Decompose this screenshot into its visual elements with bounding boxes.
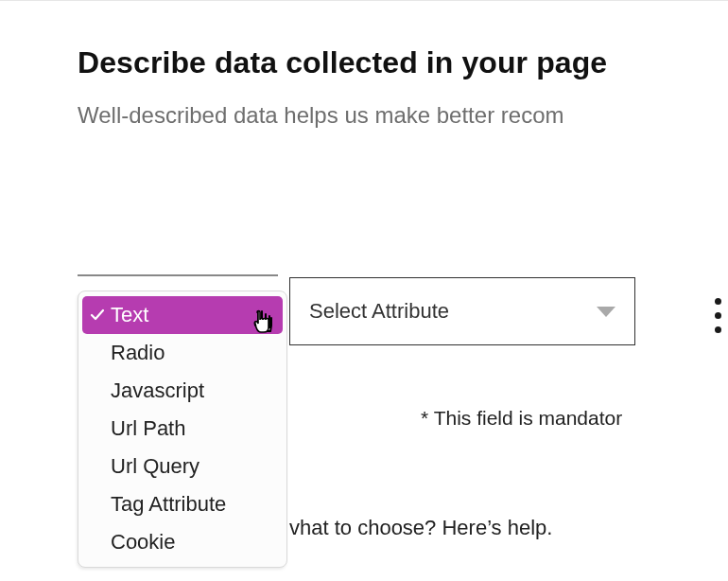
- dropdown-option-label: Cookie: [111, 530, 277, 555]
- dropdown-option-url-path[interactable]: Url Path: [78, 410, 286, 448]
- dropdown-option-tag-attribute[interactable]: Tag Attribute: [78, 485, 286, 523]
- help-text: vhat to choose? Here’s help.: [289, 516, 552, 540]
- dropdown-option-label: Radio: [111, 341, 277, 365]
- kebab-menu-icon[interactable]: [708, 298, 727, 333]
- dropdown-option-label: Url Path: [111, 416, 277, 441]
- page-subtitle: Well-described data helps us make better…: [78, 102, 563, 129]
- dropdown-option-radio[interactable]: Radio: [78, 334, 286, 372]
- dropdown-option-cookie[interactable]: Cookie: [78, 523, 286, 561]
- dropdown-option-label: Url Query: [111, 454, 277, 479]
- dot-icon: [715, 298, 721, 305]
- dropdown-option-label: Javascript: [111, 379, 277, 403]
- select-attribute-placeholder: Select Attribute: [309, 299, 597, 324]
- dropdown-option-label: Text: [111, 303, 277, 327]
- page-title: Describe data collected in your page: [78, 45, 607, 80]
- top-divider: [0, 0, 728, 1]
- check-icon: [88, 308, 107, 323]
- dot-icon: [715, 326, 721, 333]
- dropdown-type-trigger[interactable]: [78, 274, 278, 278]
- chevron-down-icon: [597, 307, 615, 317]
- dropdown-type-menu: Text Radio Javascript Url Path Url Query…: [78, 290, 287, 568]
- dot-icon: [715, 312, 721, 319]
- dropdown-option-javascript[interactable]: Javascript: [78, 372, 286, 410]
- dropdown-option-text[interactable]: Text: [82, 296, 283, 334]
- dropdown-option-url-query[interactable]: Url Query: [78, 448, 286, 485]
- select-attribute-dropdown[interactable]: Select Attribute: [289, 277, 635, 345]
- dropdown-option-label: Tag Attribute: [111, 492, 277, 517]
- mandatory-note: * This field is mandator: [421, 407, 622, 430]
